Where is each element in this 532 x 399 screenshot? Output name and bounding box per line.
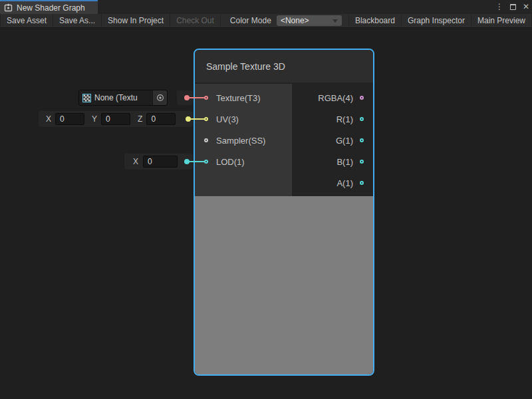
color-mode-dropdown[interactable]: <None>: [277, 15, 342, 26]
sampler-input-port[interactable]: [204, 138, 208, 142]
port-row-b: B(1): [292, 151, 373, 172]
texture-object-field[interactable]: None (Textu: [78, 90, 168, 106]
lod-x-label: X: [133, 157, 138, 166]
shader-graph-window: New Shader Graph ⋮ ✕ Save Asset Save As.…: [0, 0, 532, 399]
main-preview-button[interactable]: Main Preview: [471, 14, 532, 27]
lod-float-field: X 0: [124, 154, 193, 170]
node-ports: Texture(T3) UV(3) Sampler(SS) LOD(1): [195, 84, 373, 196]
tab-new-shader-graph[interactable]: New Shader Graph: [0, 0, 98, 14]
texture-checker-icon: [82, 94, 91, 102]
color-mode-label: Color Mode: [230, 16, 271, 25]
port-row-a: A(1): [292, 172, 373, 194]
texture-wire[interactable]: [187, 97, 205, 98]
port-row-r: R(1): [292, 108, 373, 130]
lod-port-label: LOD(1): [216, 157, 245, 167]
uv-vector3-field: X 0 Y 0 Z 0: [39, 111, 193, 127]
port-row-uv: UV(3): [195, 108, 292, 130]
uv-port-label: UV(3): [216, 114, 239, 124]
blackboard-button[interactable]: Blackboard: [348, 14, 402, 27]
lod-wire[interactable]: [187, 161, 205, 162]
port-row-lod: LOD(1): [195, 151, 292, 172]
graph-inspector-button[interactable]: Graph Inspector: [402, 14, 471, 27]
uv-x-input[interactable]: 0: [55, 113, 84, 125]
uv-z-label: Z: [138, 114, 142, 124]
chevron-down-icon: [332, 19, 338, 23]
maximize-icon[interactable]: [510, 4, 516, 10]
uv-y-input[interactable]: 0: [101, 113, 130, 125]
node-preview: [195, 196, 373, 374]
sampler-port-label: Sampler(SS): [216, 136, 265, 146]
titlebar: New Shader Graph ⋮ ✕: [0, 0, 532, 14]
uv-wire-dot[interactable]: [186, 116, 191, 122]
object-picker-button[interactable]: [152, 90, 167, 105]
texture-field-value: None (Textu: [94, 93, 152, 102]
rgba-output-port[interactable]: [360, 96, 364, 100]
node-sample-texture-3d[interactable]: Sample Texture 3D Texture(T3) UV(3) Samp…: [194, 49, 374, 376]
tab-title: New Shader Graph: [17, 3, 85, 13]
uv-x-label: X: [46, 114, 51, 124]
texture-wire-dot[interactable]: [184, 95, 190, 100]
uv-z-input[interactable]: 0: [146, 113, 176, 125]
save-as-button[interactable]: Save As...: [53, 14, 102, 27]
color-mode-group: Color Mode <None>: [230, 14, 348, 27]
close-icon[interactable]: ✕: [523, 0, 529, 14]
lod-x-input[interactable]: 0: [143, 156, 178, 168]
node-title: Sample Texture 3D: [206, 61, 285, 72]
b-port-label: B(1): [336, 157, 353, 167]
output-ports-column: RGBA(4) R(1) G(1) B(1): [292, 84, 373, 196]
port-row-texture: Texture(T3): [195, 87, 292, 108]
object-picker-icon: [156, 94, 164, 102]
node-header[interactable]: Sample Texture 3D: [195, 50, 373, 84]
input-ports-column: Texture(T3) UV(3) Sampler(SS) LOD(1): [195, 84, 292, 196]
a-output-port[interactable]: [360, 181, 364, 185]
texture-port-label: Texture(T3): [216, 93, 260, 103]
port-row-g: G(1): [292, 130, 373, 151]
port-row-rgba: RGBA(4): [292, 87, 373, 108]
r-output-port[interactable]: [360, 117, 364, 121]
g-output-port[interactable]: [360, 138, 364, 142]
more-options-icon[interactable]: ⋮: [495, 0, 503, 14]
show-in-project-button[interactable]: Show In Project: [102, 14, 170, 27]
window-controls: ⋮ ✕: [495, 0, 529, 14]
rgba-port-label: RGBA(4): [318, 93, 353, 103]
uv-y-label: Y: [92, 114, 97, 124]
toolbar: Save Asset Save As... Show In Project Ch…: [0, 14, 532, 28]
shader-graph-asset-icon: [4, 3, 13, 12]
check-out-button: Check Out: [170, 14, 221, 27]
r-port-label: R(1): [336, 114, 353, 124]
save-asset-button[interactable]: Save Asset: [0, 14, 53, 27]
lod-wire-dot[interactable]: [184, 159, 190, 164]
graph-canvas[interactable]: None (Textu X 0 Y 0 Z 0 X 0 Sample Textu: [0, 28, 532, 399]
b-output-port[interactable]: [360, 160, 364, 164]
g-port-label: G(1): [336, 136, 353, 146]
a-port-label: A(1): [336, 178, 353, 188]
color-mode-value: <None>: [281, 16, 309, 25]
port-row-sampler: Sampler(SS): [195, 130, 292, 151]
